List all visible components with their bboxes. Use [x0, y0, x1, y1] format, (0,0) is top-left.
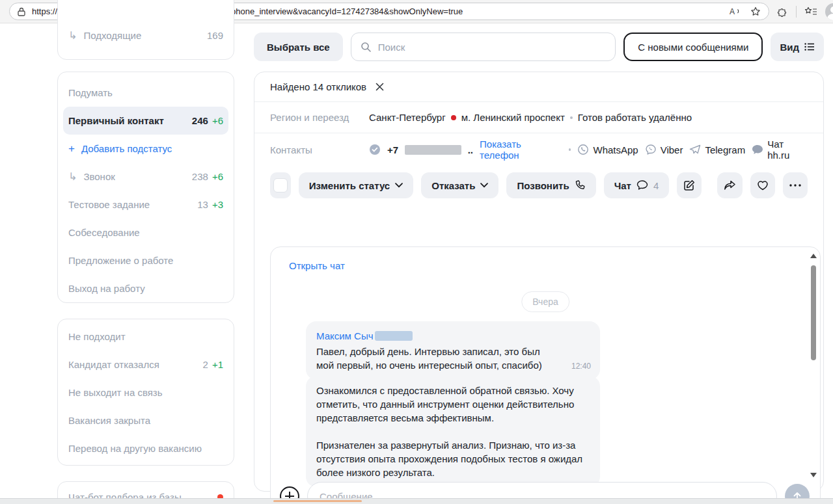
separator-dot: [570, 116, 573, 119]
change-status-button[interactable]: Изменить статус: [299, 172, 413, 198]
telegram-link[interactable]: Telegram: [689, 144, 745, 155]
sidebar-item-label: Подумать: [68, 87, 113, 98]
substatus-arrow-icon: ↳: [68, 31, 77, 41]
metro-text: м. Ленинский проспект: [461, 112, 565, 123]
count-badge: 169: [207, 30, 223, 41]
select-candidate-checkbox[interactable]: [270, 172, 291, 198]
sidebar-item-vacancy-closed[interactable]: Вакансия закрыта: [63, 406, 228, 434]
favorite-star-icon[interactable]: [750, 7, 761, 17]
sidebar-item-label: Вакансия закрыта: [68, 415, 150, 426]
search-field[interactable]: [351, 33, 616, 61]
candidate-actions: Изменить статус Отказать Позвонить Чат 4: [254, 166, 823, 205]
sidebar-item-label: Собеседование: [68, 227, 140, 238]
close-icon[interactable]: [376, 83, 384, 91]
region-label: Регион и переезд: [270, 112, 369, 123]
sidebar-item-not-suitable[interactable]: Не подходит: [63, 323, 228, 351]
verified-icon: [369, 144, 381, 155]
lock-icon: [18, 7, 25, 16]
filter-new-messages-button[interactable]: С новыми сообщениями: [623, 33, 763, 61]
sidebar-item-transfer[interactable]: Перевод на другую вакансию: [63, 434, 228, 462]
response-card: Найдено 14 откликов Регион и переезд Сан…: [254, 72, 824, 492]
viber-icon: [645, 144, 657, 155]
contacts-row: Контакты +7 .. Показать телефон WhatsApp: [254, 133, 823, 166]
scroll-up-arrow-icon[interactable]: [810, 254, 817, 258]
view-button[interactable]: Вид: [771, 33, 824, 61]
new-count-badge: +3: [212, 199, 223, 210]
chat-button[interactable]: Чат 4: [604, 172, 670, 198]
plus-icon: +: [68, 142, 75, 155]
hh-chat-label: Чат hh.ru: [767, 139, 808, 161]
extensions-icon[interactable]: [777, 6, 788, 17]
city-text: Санкт-Петербург: [369, 112, 446, 123]
message-text: Павел, добрый день. Интервью записал, эт…: [316, 345, 590, 372]
sidebar-item-matched[interactable]: ↳ Подходящие 169: [63, 21, 228, 49]
show-phone-link[interactable]: Показать телефон: [480, 139, 562, 161]
chevron-down-icon: [395, 183, 403, 188]
new-count-badge: +6: [212, 115, 223, 126]
list-view-icon: [804, 42, 815, 51]
contacts-label: Контакты: [270, 144, 369, 155]
add-substatus-button[interactable]: + Добавить подстатус: [63, 135, 228, 163]
substatus-arrow-icon: ↳: [68, 172, 77, 182]
chat-panel: Открыть чат Вчера Максим Сыч Павел, добр…: [270, 246, 821, 504]
sidebar-item-test-task[interactable]: Тестовое задание 13 +3: [63, 191, 228, 219]
chat-scrollbar-thumb[interactable]: [811, 265, 816, 360]
sidebar-item-label: Перевод на другую вакансию: [68, 443, 202, 454]
separator-dot: [569, 148, 571, 151]
viber-label: Viber: [661, 144, 683, 155]
message-author[interactable]: Максим Сыч: [316, 329, 374, 343]
add-substatus-label: Добавить подстатус: [81, 143, 172, 154]
chat-message: Ознакомился с предоставленной обратной с…: [306, 376, 600, 487]
sidebar-item-candidate-declined[interactable]: Кандидат отказался 2 +1: [63, 351, 228, 378]
search-input[interactable]: [378, 42, 607, 53]
sidebar-item-start-work[interactable]: Выход на работу: [63, 274, 228, 302]
results-count-text: Найдено 14 откликов: [270, 81, 366, 92]
sidebar-item-label: Выход на работу: [68, 283, 145, 294]
scroll-down-arrow-icon[interactable]: [810, 473, 817, 477]
new-count-badge: +6: [212, 171, 223, 182]
edit-icon: [683, 179, 695, 191]
sidebar-card-statuses: Подумать Первичный контакт 246 +6 + Доба…: [57, 72, 234, 303]
sidebar-item-interview[interactable]: Собеседование: [63, 219, 228, 246]
favorite-button[interactable]: [750, 172, 775, 198]
sidebar-item-label: Тестовое задание: [68, 199, 150, 210]
open-chat-link[interactable]: Открыть чат: [289, 260, 345, 271]
telegram-label: Telegram: [705, 144, 745, 155]
responses-toolbar: Выбрать все С новыми сообщениями Вид: [254, 33, 824, 61]
sidebar-item-label: Первичный контакт: [68, 115, 164, 126]
browser-profile-avatar[interactable]: [825, 3, 833, 20]
reject-label: Отказать: [431, 180, 475, 191]
toolbar-divider: [796, 6, 797, 18]
sidebar-item-primary-contact[interactable]: Первичный контакт 246 +6: [63, 107, 228, 135]
phone-icon: [575, 180, 586, 191]
call-label: Позвонить: [517, 180, 569, 191]
reject-button[interactable]: Отказать: [421, 172, 498, 198]
viber-link[interactable]: Viber: [645, 144, 683, 155]
whatsapp-link[interactable]: WhatsApp: [577, 144, 638, 155]
sidebar-item-think[interactable]: Подумать: [63, 79, 228, 107]
select-all-button[interactable]: Выбрать все: [254, 33, 343, 61]
sidebar-item-no-contact[interactable]: Не выходит на связь: [63, 378, 228, 406]
phone-dots: ..: [468, 144, 473, 155]
compose-note-button[interactable]: [677, 172, 702, 198]
hh-chat-link[interactable]: Чат hh.ru: [752, 139, 808, 161]
chat-scrollbar[interactable]: [809, 254, 818, 477]
sidebar-item-label: Подходящие: [83, 30, 141, 41]
more-actions-button[interactable]: [783, 172, 808, 198]
share-arrow-icon: [724, 180, 736, 191]
chat-bubble-icon: [636, 180, 648, 191]
phone-censored: [405, 145, 461, 155]
taskbar-accent: [273, 500, 362, 502]
chat-label: Чат: [614, 180, 631, 191]
whatsapp-label: WhatsApp: [593, 144, 638, 155]
count-badge: 13: [197, 199, 208, 210]
sidebar-item-call[interactable]: ↳ Звонок 238 +6: [63, 163, 228, 191]
sidebar-item-label: Не выходит на связь: [68, 387, 163, 398]
sidebar-item-job-offer[interactable]: Предложение о работе: [63, 246, 228, 274]
favorites-bar-icon[interactable]: [804, 7, 817, 17]
share-button[interactable]: [717, 172, 742, 198]
results-header: Найдено 14 откликов: [254, 72, 823, 102]
call-button[interactable]: Позвонить: [506, 172, 595, 198]
message-text: Ознакомился с предоставленной обратной с…: [316, 384, 590, 425]
read-aloud-icon[interactable]: A: [730, 7, 741, 16]
